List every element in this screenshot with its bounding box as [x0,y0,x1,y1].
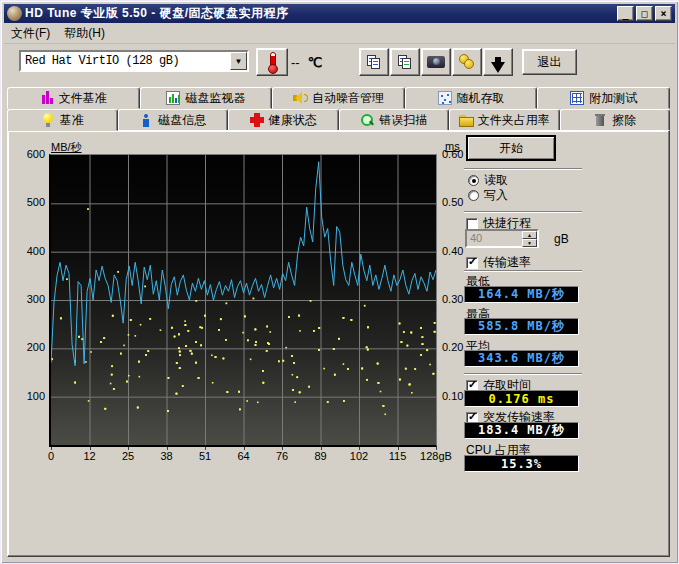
axis-tick-mark [205,447,206,450]
benchmark-chart [49,154,437,447]
thermometer-icon [268,52,276,72]
minimize-button[interactable]: _ [617,6,634,21]
axis-tick-label: 115 [389,450,407,462]
axis-tick-label: 0.60 [442,148,463,160]
copy-text-icon [367,55,381,69]
camera-icon [427,56,445,68]
axis-tick-mark [436,447,437,450]
lightbulb-icon [41,113,55,127]
copy-image-icon [398,55,412,69]
axis-tick-label: 100 [9,390,45,402]
tab-erase[interactable]: 擦除 [560,109,671,131]
axis-tick-mark [282,447,283,450]
screenshot-button[interactable] [421,48,451,76]
title-bar: HD Tune 专业版 5.50 - 硬盘/固态硬盘实用程序 _ □ × [4,4,675,23]
tab-benchmark[interactable]: 基准 [7,109,118,131]
info-icon [139,113,153,127]
shortstroke-unit: gB [554,232,569,246]
stepper-up[interactable]: ▲ [522,231,537,239]
radio-write[interactable]: 写入 [468,187,508,204]
stepper-down[interactable]: ▼ [522,239,537,247]
axis-tick-label: 0 [48,450,54,462]
donate-button[interactable] [452,48,482,76]
transfer-checkbox-box[interactable] [466,257,478,269]
tab-folder-usage[interactable]: 文件夹占用率 [449,109,560,131]
axis-tick-mark [128,447,129,450]
axis-tick-mark [51,447,52,450]
radio-read-circle[interactable] [468,175,479,186]
speaker-icon [293,91,307,105]
temperature-button[interactable] [256,48,288,76]
tab-extra-tests[interactable]: 附加测试 [537,87,670,109]
axis-tick-label: 0.10 [442,390,463,402]
menu-help[interactable]: 帮助(H) [57,23,112,44]
tab-disk-monitor[interactable]: 磁盘监视器 [140,87,273,109]
axis-tick-mark [398,447,399,450]
axis-tick-label: 0.50 [442,196,463,208]
shortstroke-size-stepper[interactable]: 40 ▲▼ [465,229,539,248]
save-results-button[interactable] [483,48,513,76]
axis-tick-label: 300 [9,293,45,305]
tab-health[interactable]: 健康状态 [228,109,339,131]
temperature-unit: ℃ [308,55,323,70]
separator [464,211,582,213]
trash-icon [593,113,607,127]
benchmark-page: MB/秒 ms 6005004003002001000.600.500.400.… [7,130,670,557]
axis-tick-label: 400 [9,245,45,257]
app-icon [7,6,22,21]
axis-tick-label: 500 [9,196,45,208]
axis-tick-mark [359,447,360,450]
start-button[interactable]: 开始 [467,136,555,160]
axis-tick-mark [167,447,168,450]
tab-disk-info[interactable]: 磁盘信息 [118,109,229,131]
tab-strip: 文件基准 磁盘监视器 自动噪音管理 随机存取 附加测试 基准 磁盘信息 [7,87,670,131]
tab-random-access[interactable]: 随机存取 [405,87,538,109]
menu-file[interactable]: 文件(F) [4,23,57,44]
axis-tick-label: 102 [350,450,368,462]
chevron-down-icon[interactable]: ▼ [230,52,247,70]
min-value-display: 164.4 MB/秒 [464,286,579,303]
shortstroke-size-value: 40 [467,231,522,246]
avg-value-display: 343.6 MB/秒 [464,350,579,367]
axis-tick-label: 600 [9,148,45,160]
axis-tick-label: 89 [314,450,326,462]
radio-write-circle[interactable] [468,190,479,201]
axis-tick-label: 12 [83,450,95,462]
window-title: HD Tune 专业版 5.50 - 硬盘/固态硬盘实用程序 [25,5,617,22]
file-benchmark-icon [40,91,54,105]
copy-text-button[interactable] [359,48,389,76]
toolbar: Red Hat VirtIO (128 gB) ▼ -- ℃ 退出 [4,45,675,82]
close-button[interactable]: × [655,6,672,21]
axis-tick-mark [244,447,245,450]
extra-tests-icon [570,91,584,105]
left-axis-unit: MB/秒 [51,140,82,155]
axis-tick-label: 38 [160,450,172,462]
tab-error-scan[interactable]: 错误扫描 [339,109,450,131]
drive-select[interactable]: Red Hat VirtIO (128 gB) ▼ [19,50,249,72]
menu-bar: 文件(F) 帮助(H) [4,24,675,44]
axis-tick-label: 25 [122,450,134,462]
health-cross-icon [250,113,264,127]
tab-aam[interactable]: 自动噪音管理 [272,87,405,109]
transfer-checkbox[interactable]: 传输速率 [466,254,531,271]
axis-tick-label: 64 [237,450,249,462]
cpu-usage-display: 15.3% [464,455,579,472]
axis-tick-label: 0.20 [442,341,463,353]
shortstroke-checkbox-box[interactable] [466,218,478,230]
max-value-display: 585.8 MB/秒 [464,318,579,335]
disk-monitor-icon [166,91,180,105]
maximize-button[interactable]: □ [636,6,653,21]
separator [464,373,582,375]
copy-image-button[interactable] [390,48,420,76]
axis-tick-mark [321,447,322,450]
separator [464,168,582,170]
tab-file-benchmark[interactable]: 文件基准 [7,87,140,109]
magnifier-icon [360,113,374,127]
coins-icon [459,54,475,70]
burst-rate-display: 183.4 MB/秒 [464,422,579,439]
axis-tick-mark [90,447,91,450]
random-access-icon [438,91,452,105]
axis-tick-label: 51 [199,450,211,462]
exit-button[interactable]: 退出 [522,49,577,75]
app-window: HD Tune 专业版 5.50 - 硬盘/固态硬盘实用程序 _ □ × 文件(… [0,0,679,564]
